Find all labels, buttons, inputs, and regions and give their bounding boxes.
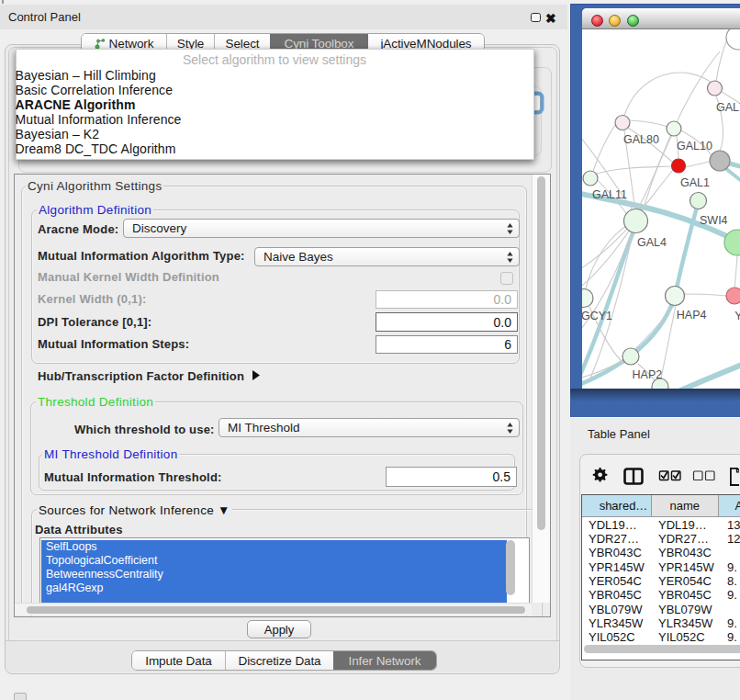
svg-text:HAP4: HAP4 — [677, 309, 707, 322]
svg-text:HAP2: HAP2 — [633, 368, 663, 381]
svg-text:Y: Y — [734, 310, 740, 322]
svg-text:GAL1: GAL1 — [680, 176, 710, 189]
svg-text:GCY1: GCY1 — [582, 310, 612, 322]
svg-text:GAL7: GAL7 — [716, 101, 740, 114]
svg-text:GAL80: GAL80 — [623, 133, 659, 146]
svg-text:SWI4: SWI4 — [700, 214, 728, 227]
svg-text:GAL11: GAL11 — [592, 188, 627, 201]
svg-text:GAL4: GAL4 — [637, 236, 667, 249]
svg-text:GAL10: GAL10 — [677, 140, 712, 152]
